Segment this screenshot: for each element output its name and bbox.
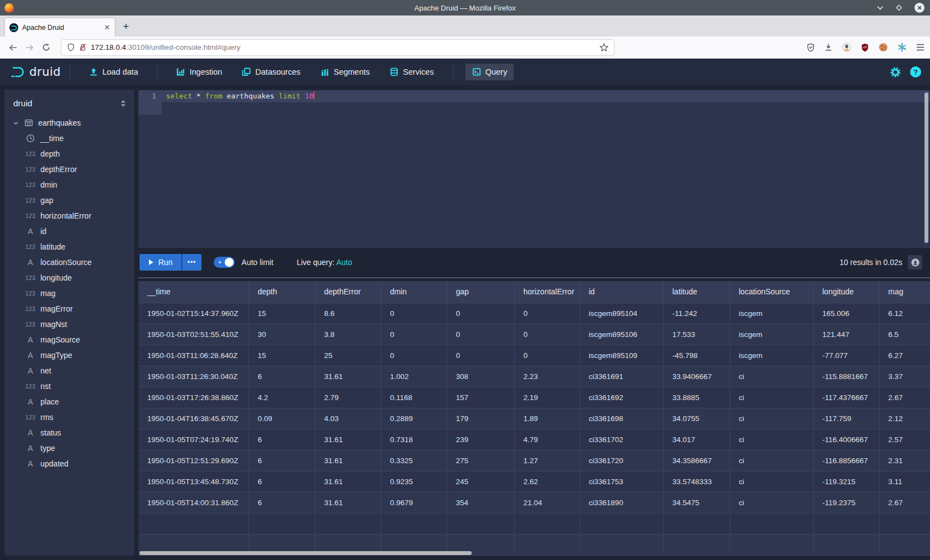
table-cell[interactable]: 0 [381, 345, 447, 366]
table-cell[interactable]: 31.61 [315, 450, 381, 471]
table-cell[interactable]: -117.4376667 [813, 387, 879, 408]
table-cell[interactable]: 1950-01-05T07:24:19.740Z [138, 429, 249, 450]
table-cell[interactable]: 2.67 [879, 492, 930, 513]
table-cell[interactable]: 1950-01-03T02:51:55.410Z [138, 324, 249, 345]
table-cell[interactable]: ci [730, 366, 813, 387]
close-icon[interactable]: ✕ [914, 3, 924, 13]
table-cell[interactable]: 1950-01-03T11:06:28.640Z [138, 345, 249, 366]
table-cell[interactable]: 6.12 [879, 303, 930, 324]
nav-item-load-data[interactable]: Load data [82, 64, 145, 80]
help-icon[interactable]: ? [910, 66, 921, 77]
table-cell[interactable]: -119.2375 [813, 492, 879, 513]
sidebar-field-gap[interactable]: 123gap [4, 193, 134, 208]
maximize-icon[interactable] [896, 4, 902, 11]
table-cell[interactable]: iscgem [730, 345, 813, 366]
table-cell[interactable]: ci3361692 [580, 387, 663, 408]
table-cell[interactable]: 34.3586667 [663, 450, 730, 471]
table-cell[interactable]: 6 [249, 450, 315, 471]
table-cell[interactable]: 33.8885 [663, 387, 730, 408]
table-cell[interactable]: 1.89 [514, 408, 580, 429]
forward-icon[interactable] [21, 40, 38, 55]
table-cell[interactable]: 308 [447, 366, 514, 387]
column-header-latitude[interactable]: latitude [663, 281, 730, 303]
table-cell[interactable]: 4.2 [249, 387, 315, 408]
table-cell[interactable]: ci [730, 492, 813, 513]
browser-tab[interactable]: Apache Druid ✕ [4, 18, 115, 37]
sidebar-field-horizontalError[interactable]: 123horizontalError [4, 208, 134, 224]
table-cell[interactable]: -116.4006667 [813, 429, 879, 450]
table-cell[interactable]: 165.006 [813, 303, 879, 324]
ublock-origin-icon[interactable]: uO [861, 43, 869, 52]
back-icon[interactable] [4, 40, 21, 55]
sidebar-field-magSource[interactable]: AmagSource [4, 332, 134, 348]
table-cell[interactable]: 0 [514, 345, 580, 366]
table-cell[interactable]: ci3361702 [580, 429, 663, 450]
sidebar-field-nst[interactable]: 123nst [4, 378, 134, 394]
table-cell[interactable]: 30 [249, 324, 315, 345]
table-cell[interactable]: 2.31 [879, 450, 930, 471]
table-cell[interactable]: ci3361720 [580, 450, 663, 471]
gear-icon[interactable] [890, 66, 901, 78]
table-cell[interactable]: 2.79 [315, 387, 381, 408]
table-cell[interactable]: 0 [447, 345, 514, 366]
table-cell[interactable]: 17.533 [663, 324, 730, 345]
table-cell[interactable]: ci3361753 [580, 471, 663, 492]
table-cell[interactable]: 0 [514, 303, 580, 324]
table-cell[interactable]: 245 [447, 471, 514, 492]
table-cell[interactable]: 1950-01-05T12:51:29.690Z [138, 450, 249, 471]
table-cell[interactable]: 1950-01-05T14:00:31.860Z [138, 492, 249, 513]
download-results-button[interactable] [908, 255, 922, 269]
table-cell[interactable]: ci [730, 471, 813, 492]
table-cell[interactable]: 2.12 [879, 408, 930, 429]
table-cell[interactable]: ci3361691 [580, 366, 663, 387]
column-header-__time[interactable]: __time [138, 281, 249, 303]
table-cell[interactable]: 1950-01-02T15:14:37.960Z [138, 303, 249, 324]
table-cell[interactable]: 0.1168 [381, 387, 447, 408]
column-header-locationSource[interactable]: locationSource [730, 281, 813, 303]
nav-item-segments[interactable]: Segments [314, 64, 376, 80]
sidebar-field-__time[interactable]: __time [4, 131, 134, 146]
table-cell[interactable]: 354 [447, 492, 514, 513]
table-cell[interactable]: 0 [381, 324, 447, 345]
nav-item-services[interactable]: Services [383, 64, 441, 80]
table-cell[interactable]: 31.61 [315, 471, 381, 492]
minimize-icon[interactable] [877, 6, 884, 10]
sidebar-field-updated[interactable]: Aupdated [4, 456, 134, 471]
table-cell[interactable]: 8.6 [315, 303, 381, 324]
downloads-icon[interactable] [824, 43, 833, 51]
extension-avatar-icon[interactable] [842, 43, 851, 52]
table-cell[interactable]: -45.798 [663, 345, 730, 366]
table-cell[interactable]: 4.79 [514, 429, 580, 450]
nav-item-datasources[interactable]: Datasources [235, 64, 307, 80]
table-cell[interactable]: 31.61 [315, 492, 381, 513]
tab-close-icon[interactable]: ✕ [104, 23, 110, 32]
table-cell[interactable]: ci3361698 [580, 408, 663, 429]
sidebar-field-place[interactable]: Aplace [4, 394, 134, 409]
pocket-shield-icon[interactable] [807, 43, 815, 52]
live-query-value[interactable]: Auto [336, 258, 352, 267]
table-cell[interactable]: 1.27 [514, 450, 580, 471]
table-cell[interactable]: 2.19 [514, 387, 580, 408]
table-cell[interactable]: 121.447 [813, 324, 879, 345]
table-cell[interactable]: 34.0755 [663, 408, 730, 429]
table-cell[interactable]: -11.242 [663, 303, 730, 324]
sidebar-field-dmin[interactable]: 123dmin [4, 177, 134, 193]
sidebar-field-magType[interactable]: AmagType [4, 348, 134, 363]
sidebar-field-rms[interactable]: 123rms [4, 409, 134, 425]
table-cell[interactable]: iscgem895109 [580, 345, 663, 366]
sidebar-table-earthquakes[interactable]: earthquakes [4, 115, 134, 131]
table-cell[interactable]: -116.8856667 [813, 450, 879, 471]
table-cell[interactable]: ci [730, 429, 813, 450]
table-cell[interactable]: 0.9235 [381, 471, 447, 492]
table-cell[interactable]: 33.9406667 [663, 366, 730, 387]
sql-editor[interactable]: 1 select * from earthquakes limit 10 [138, 90, 930, 248]
table-cell[interactable]: 31.61 [315, 429, 381, 450]
column-header-depth[interactable]: depth [249, 281, 315, 303]
table-cell[interactable]: 2.57 [879, 429, 930, 450]
table-cell[interactable]: 15 [249, 303, 315, 324]
nav-item-ingestion[interactable]: Ingestion [169, 64, 229, 80]
druid-brand[interactable]: druid [10, 65, 61, 79]
table-cell[interactable]: 275 [447, 450, 514, 471]
reload-icon[interactable] [38, 40, 54, 55]
table-cell[interactable]: 6.5 [879, 324, 930, 345]
